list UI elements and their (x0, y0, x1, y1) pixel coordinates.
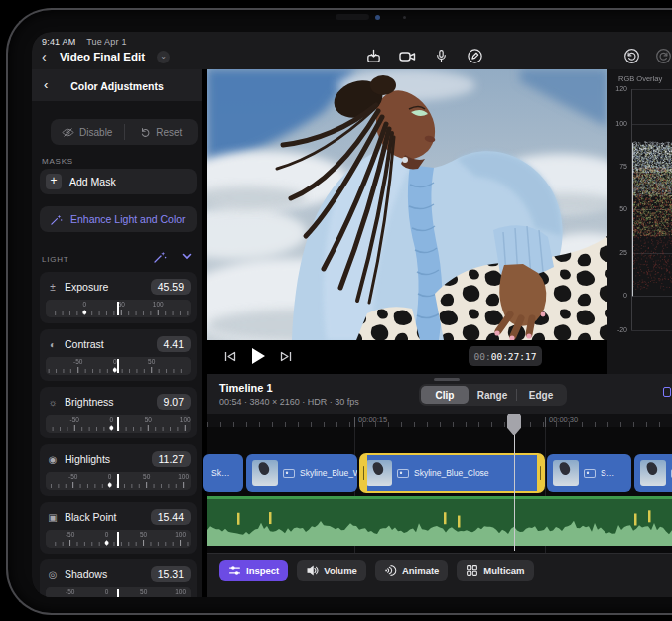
mic-icon[interactable] (431, 46, 451, 65)
eye-off-icon (62, 127, 74, 138)
camera-icon[interactable] (397, 46, 417, 65)
clip-Skyline_Blue_Close[interactable]: Skyline_Blue_Close (360, 454, 544, 492)
clip-Sk…[interactable]: Sk… (203, 454, 243, 492)
clip-thumbnail (252, 460, 278, 486)
video-track: Sk…Skyline_Blue_WideSkyline_Blue_CloseS… (207, 454, 672, 492)
auto-enhance-icon[interactable] (153, 250, 167, 264)
animate-button[interactable]: Animate (375, 560, 448, 581)
clip-label: S… (601, 468, 614, 478)
masks-heading: MASKS (42, 157, 73, 166)
mode-clip[interactable]: Clip (421, 386, 469, 404)
slider-value[interactable]: 9.07 (157, 394, 191, 410)
slider-black-point[interactable]: ▣Black Point15.44 (40, 502, 197, 554)
playhead-line (514, 420, 515, 551)
enhance-light-color-button[interactable]: Enhance Light and Color (40, 206, 197, 232)
timeline-more-icon[interactable] (663, 387, 671, 397)
volume-icon (306, 564, 319, 577)
slider-label: Exposure (65, 281, 151, 293)
video-frame (207, 69, 607, 340)
redo-icon[interactable] (653, 46, 672, 65)
slider-tape[interactable] (46, 472, 191, 490)
timeline-header: Timeline 1 00:54 · 3840 × 2160 · HDR · 3… (207, 374, 672, 414)
mode-range[interactable]: Range (469, 386, 516, 404)
shadows-icon: ◎ (46, 569, 60, 580)
magic-wand-icon (50, 213, 63, 226)
slider-brightness[interactable]: ☼Brightness9.07 (40, 387, 197, 438)
slider-tape[interactable] (46, 587, 191, 597)
clip-label: Skyline_Blue_Close (414, 468, 489, 478)
slider-value[interactable]: 11.27 (152, 451, 192, 467)
highlights-icon: ◉ (46, 454, 60, 465)
reset-button[interactable]: Reset (125, 119, 199, 145)
clip-Skyline_Blue_Wide[interactable]: Skyline_Blue_Wide (246, 454, 357, 492)
slider-value[interactable]: 45.59 (151, 279, 191, 295)
slider-value[interactable]: 15.44 (151, 509, 191, 525)
slider-label: Highlights (65, 453, 152, 465)
scope-title: RGB Overlay (618, 74, 662, 83)
video-viewer[interactable] (207, 69, 607, 340)
play-button[interactable] (249, 346, 267, 366)
panel-title: Color Adjustments (32, 80, 202, 92)
camera-sensor-strip (336, 14, 369, 20)
inspect-icon (228, 564, 241, 577)
top-chrome: 9:41 AM Tue Apr 1 ‹ Video Final Edit ⌄ (32, 32, 672, 69)
project-title[interactable]: Video Final Edit (60, 51, 145, 62)
ruler-label: 00:00:30 (549, 415, 578, 424)
center-toolbar (363, 46, 484, 65)
trim-handle-right[interactable] (537, 454, 544, 492)
disable-reset-group: Disable Reset (51, 119, 198, 145)
timeline-ruler[interactable]: 00:00:15 00:00:30 (207, 414, 672, 427)
clip-S…[interactable]: S… (547, 454, 631, 492)
light-heading: LIGHT (42, 255, 69, 264)
front-camera-dot (375, 15, 380, 20)
slider-shadows[interactable]: ◎Shadows15.31 (40, 559, 197, 597)
ipad-device: 9:41 AM Tue Apr 1 ‹ Video Final Edit ⌄ (6, 8, 672, 615)
chevron-down-icon[interactable]: ⌄ (157, 51, 170, 63)
inspect-button[interactable]: Inspect (219, 560, 288, 581)
light-section-header: LIGHT (32, 250, 202, 268)
disable-button[interactable]: Disable (51, 119, 124, 145)
slider-tape[interactable] (46, 300, 191, 317)
collapse-chevron-icon[interactable] (181, 250, 193, 262)
slider-value[interactable]: 4.41 (157, 336, 191, 352)
animate-icon (384, 564, 397, 577)
brightness-icon: ☼ (46, 397, 60, 408)
slider-value[interactable]: 15.31 (151, 566, 191, 582)
add-mask-button[interactable]: + Add Mask (40, 169, 197, 194)
previous-frame-button[interactable] (223, 350, 237, 363)
slider-tape[interactable] (46, 530, 191, 548)
reset-icon (140, 127, 151, 138)
status-date: Tue Apr 1 (86, 37, 127, 47)
contrast-icon: ◐ (46, 339, 60, 350)
panel-header: ‹ Color Adjustments (32, 69, 202, 101)
volume-button[interactable]: Volume (297, 560, 366, 581)
reset-label: Reset (156, 127, 182, 138)
clip-partial[interactable] (634, 454, 672, 492)
pencil-icon[interactable] (465, 46, 484, 65)
slider-highlights[interactable]: ◉Highlights11.27 (40, 444, 197, 496)
exposure-icon: ± (46, 282, 60, 293)
timeline-panel: Timeline 1 00:54 · 3840 × 2160 · HDR · 3… (207, 374, 672, 597)
back-chevron-icon[interactable]: ‹ (42, 48, 47, 65)
transport-bar: 00:00:27:17 (207, 340, 607, 374)
light-sliders: ±Exposure45.59◐Contrast4.41☼Brightness9.… (40, 272, 197, 597)
plus-icon: + (46, 174, 62, 189)
slider-label: Shadows (65, 568, 151, 580)
slider-contrast[interactable]: ◐Contrast4.41 (40, 329, 197, 381)
drag-handle[interactable] (434, 378, 460, 381)
multicam-button[interactable]: Multicam (457, 560, 533, 581)
mode-edge[interactable]: Edge (517, 386, 565, 404)
slider-tape[interactable] (46, 415, 191, 433)
edit-mode-segmented: ClipRangeEdge (419, 384, 567, 406)
audio-waveform-canvas[interactable] (207, 496, 672, 546)
next-frame-button[interactable] (279, 350, 293, 363)
scope-tick-label: -20 (609, 326, 627, 333)
slider-tape[interactable] (46, 357, 191, 375)
slider-exposure[interactable]: ±Exposure45.59 (40, 272, 197, 323)
undo-icon[interactable] (621, 46, 641, 65)
trim-handle-left[interactable] (360, 454, 367, 492)
timeline-meta: 00:54 · 3840 × 2160 · HDR · 30 fps (219, 397, 359, 407)
timecode: 00:00:27:17 (469, 346, 542, 366)
clip-label: Sk… (211, 468, 229, 478)
export-icon[interactable] (363, 46, 383, 65)
